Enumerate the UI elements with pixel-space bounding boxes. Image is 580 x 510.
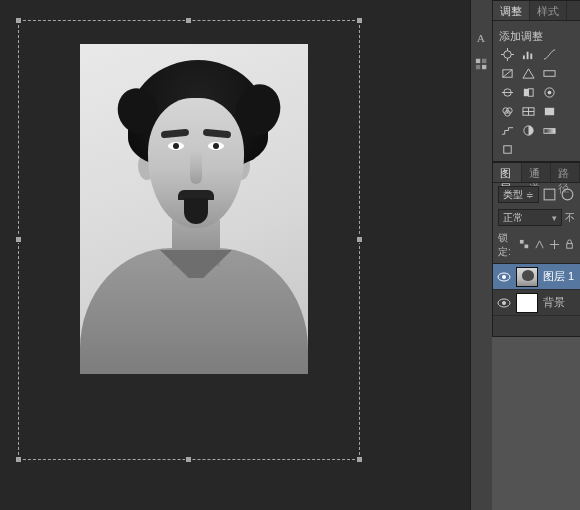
svg-rect-16	[544, 71, 555, 77]
svg-rect-2	[482, 59, 486, 63]
svg-rect-10	[523, 55, 525, 59]
transform-handle-ml[interactable]	[15, 236, 22, 243]
blend-mode-select[interactable]: 正常 ▾	[498, 209, 562, 226]
threshold-icon[interactable]	[520, 123, 537, 138]
layer-name[interactable]: 图层 1	[543, 269, 574, 284]
empty-dock-area	[492, 337, 580, 510]
visibility-eye-icon[interactable]	[497, 296, 511, 310]
adjustments-icon-grid	[499, 47, 574, 157]
transform-handle-br[interactable]	[356, 456, 363, 463]
lock-all-icon[interactable]	[564, 238, 575, 253]
layer-filter-kind-select[interactable]: 类型 ≑	[498, 186, 539, 203]
tab-styles[interactable]: 样式	[530, 1, 567, 20]
invert-icon[interactable]	[541, 104, 558, 119]
canvas-workspace[interactable]	[0, 0, 470, 510]
svg-rect-3	[475, 65, 479, 69]
blend-mode-value: 正常	[503, 211, 523, 225]
brightness-contrast-icon[interactable]	[499, 47, 516, 62]
layer-thumbnail[interactable]	[516, 293, 538, 313]
svg-point-5	[504, 51, 511, 58]
svg-point-22	[548, 91, 552, 95]
opacity-label: 不	[565, 211, 575, 225]
character-icon[interactable]: A	[474, 30, 490, 46]
transform-handle-tl[interactable]	[15, 17, 22, 24]
vibrance-icon[interactable]	[520, 66, 537, 81]
posterize-icon[interactable]	[499, 123, 516, 138]
svg-rect-12	[530, 54, 532, 60]
layers-panel: 图层 通道 路径 类型 ≑ 正常 ▾ 不 锁定:	[492, 162, 580, 337]
tab-channels[interactable]: 通道	[522, 163, 551, 182]
svg-rect-32	[504, 146, 511, 153]
svg-rect-39	[567, 244, 573, 249]
tab-paths[interactable]: 路径	[551, 163, 580, 182]
svg-rect-19	[524, 89, 529, 96]
transform-handle-tr[interactable]	[356, 17, 363, 24]
svg-rect-4	[482, 65, 486, 69]
exposure-icon[interactable]	[499, 66, 516, 81]
svg-rect-11	[527, 52, 529, 59]
bw-icon[interactable]	[520, 85, 537, 100]
svg-rect-29	[545, 108, 554, 115]
visibility-eye-icon[interactable]	[497, 270, 511, 284]
svg-point-34	[562, 189, 573, 200]
selective-color-icon[interactable]	[499, 142, 516, 157]
layer-row[interactable]: 背景	[493, 290, 580, 316]
adjustments-panel: 调整 样式 添加调整	[492, 0, 580, 162]
lock-row: 锁定:	[493, 229, 580, 263]
color-balance-icon[interactable]	[499, 85, 516, 100]
transform-handle-bm[interactable]	[185, 456, 192, 463]
svg-marker-15	[523, 69, 534, 78]
transform-handle-mr[interactable]	[356, 236, 363, 243]
svg-rect-35	[520, 240, 524, 244]
color-lookup-icon[interactable]	[520, 104, 537, 119]
free-transform-bounding-box[interactable]	[18, 20, 360, 460]
adjustments-title: 添加调整	[499, 25, 574, 47]
svg-rect-31	[544, 129, 555, 134]
lock-position-icon[interactable]	[549, 238, 560, 253]
filter-pixel-icon[interactable]	[542, 187, 557, 202]
photo-filter-icon[interactable]	[541, 85, 558, 100]
layer-list: 图层 1 背景	[493, 263, 580, 336]
layer-filter-kind-label: 类型	[503, 188, 523, 202]
gradient-map-icon[interactable]	[541, 123, 558, 138]
svg-text:A: A	[476, 32, 485, 44]
hue-sat-icon[interactable]	[541, 66, 558, 81]
svg-line-14	[503, 70, 512, 77]
curves-icon[interactable]	[541, 47, 558, 62]
lock-pixels-icon[interactable]	[534, 238, 545, 253]
swatches-icon[interactable]	[474, 56, 490, 72]
tab-layers[interactable]: 图层	[493, 163, 522, 182]
chevron-down-icon: ≑	[526, 190, 534, 200]
svg-point-43	[502, 301, 506, 305]
svg-rect-20	[529, 89, 534, 96]
transform-handle-tm[interactable]	[185, 17, 192, 24]
transform-handle-bl[interactable]	[15, 456, 22, 463]
svg-point-41	[502, 275, 506, 279]
svg-rect-33	[544, 189, 555, 200]
lock-transparent-icon[interactable]	[519, 238, 530, 253]
svg-rect-36	[524, 245, 528, 249]
svg-rect-1	[475, 59, 479, 63]
collapsed-dock: A	[470, 0, 492, 510]
filter-adjust-icon[interactable]	[560, 187, 575, 202]
layer-thumbnail[interactable]	[516, 267, 538, 287]
tab-adjustments[interactable]: 调整	[493, 1, 530, 20]
right-panel-cluster: A 调整 样式 添加调整	[470, 0, 580, 510]
lock-label: 锁定:	[498, 231, 515, 259]
levels-icon[interactable]	[520, 47, 537, 62]
channel-mixer-icon[interactable]	[499, 104, 516, 119]
layer-row[interactable]: 图层 1	[493, 264, 580, 290]
layer-name[interactable]: 背景	[543, 295, 565, 310]
chevron-down-icon: ▾	[552, 213, 557, 223]
